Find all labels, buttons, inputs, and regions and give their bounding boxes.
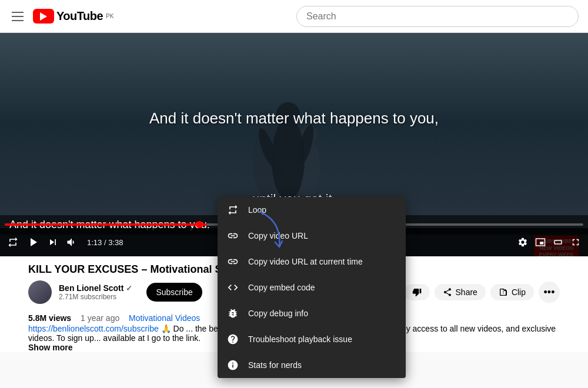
menu-item-label: Loop	[248, 205, 266, 215]
menu-item-label: Troubleshoot playback issue	[248, 335, 352, 344]
next-button[interactable]	[47, 236, 59, 248]
search-input[interactable]	[297, 11, 578, 22]
video-caption-top: And it doesn't matter what happens to yo…	[149, 109, 439, 128]
menu-item-label: Copy video URL	[248, 231, 308, 240]
logo-text: YouTube	[56, 9, 103, 23]
link-icon	[227, 230, 239, 242]
hamburger-menu[interactable]	[9, 9, 26, 24]
subscribers-count: 2.71M subscribers	[59, 293, 132, 301]
upload-date: 1 year ago	[81, 313, 119, 323]
loop-icon	[227, 204, 239, 216]
logo-country: PK	[106, 13, 113, 19]
channel-name: Ben Lionel Scott ✓	[59, 283, 132, 293]
menu-item-copy-url-time[interactable]: Copy video URL at current time	[218, 249, 406, 275]
channel-avatar[interactable]	[28, 280, 52, 304]
menu-item-label: Copy video URL at current time	[248, 257, 363, 266]
header-left: YouTubePK	[9, 9, 113, 24]
menu-item-copy-debug[interactable]: Copy debug info	[218, 300, 406, 326]
play-button[interactable]	[26, 235, 40, 249]
verified-icon: ✓	[126, 284, 132, 293]
settings-button[interactable]	[517, 237, 528, 247]
dislike-button[interactable]	[404, 284, 430, 300]
menu-item-loop[interactable]: Loop	[218, 197, 406, 223]
more-actions-button[interactable]: •••	[539, 282, 560, 303]
context-menu: Loop Copy video URL Copy video URL at cu…	[218, 197, 406, 378]
info-icon	[227, 359, 239, 371]
view-count: 5.8M views	[28, 313, 71, 323]
subscribe-button[interactable]: Subscribe	[146, 283, 202, 302]
help-icon	[227, 333, 239, 345]
channel-link[interactable]: https://benlionelscott.com/subscribe	[28, 324, 159, 333]
menu-item-troubleshoot[interactable]: Troubleshoot playback issue	[218, 326, 406, 352]
miniplayer-button[interactable]	[535, 237, 546, 247]
link-icon	[227, 256, 239, 267]
time-display: 1:13 / 3:38	[87, 238, 123, 247]
theater-button[interactable]	[553, 237, 563, 247]
header: YouTubePK	[0, 0, 588, 33]
menu-item-label: Stats for nerds	[248, 360, 302, 370]
code-icon	[227, 282, 239, 293]
fullscreen-button[interactable]	[570, 237, 581, 247]
menu-item-stats[interactable]: Stats for nerds	[218, 352, 406, 378]
channel-info: Ben Lionel Scott ✓ 2.71M subscribers	[59, 283, 132, 301]
video-category[interactable]: Motivational Videos	[129, 313, 200, 323]
loop-button[interactable]	[7, 236, 19, 248]
volume-button[interactable]	[66, 236, 78, 248]
youtube-logo-icon	[33, 9, 54, 24]
progress-fill	[5, 223, 207, 226]
clip-label: Clip	[512, 287, 526, 297]
share-button[interactable]: Share	[435, 284, 486, 300]
progress-dot	[196, 221, 203, 228]
youtube-logo[interactable]: YouTubePK	[33, 9, 113, 24]
share-label: Share	[456, 287, 477, 297]
debug-icon	[227, 307, 239, 319]
menu-item-label: Copy embed code	[248, 283, 315, 292]
menu-item-copy-embed[interactable]: Copy embed code	[218, 275, 406, 300]
clip-button[interactable]: Clip	[490, 284, 534, 300]
menu-item-label: Copy debug info	[248, 309, 308, 318]
menu-item-copy-url[interactable]: Copy video URL	[218, 223, 406, 249]
search-bar[interactable]	[296, 6, 579, 27]
